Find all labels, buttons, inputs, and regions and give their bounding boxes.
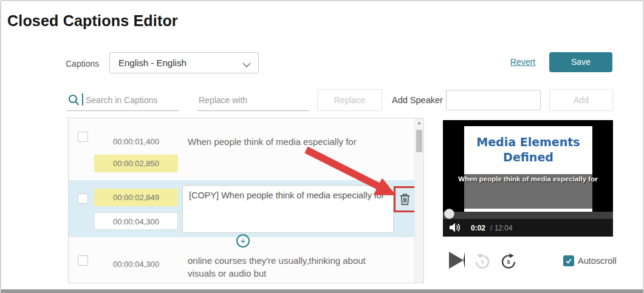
start-time[interactable]: 00:00:04,300: [94, 255, 178, 273]
start-time[interactable]: 00:00:01,400: [94, 133, 178, 150]
language-selected-value: English - English: [118, 58, 187, 68]
caption-text[interactable]: online courses they're usually,thinking …: [188, 254, 388, 280]
scroll-up-icon[interactable]: ▲: [415, 120, 423, 126]
player-caption-text: When people think of media especially fo…: [443, 175, 613, 183]
svg-text:5: 5: [481, 259, 484, 265]
seek-handle[interactable]: [444, 209, 454, 219]
language-select[interactable]: English - English: [109, 52, 259, 73]
player-controls: 0:02 / 12:04: [443, 219, 613, 237]
caption-row[interactable]: 00:00:01,400 00:00:02,850 When people th…: [69, 122, 415, 180]
trash-icon: [399, 192, 411, 206]
chevron-down-icon: [242, 59, 251, 70]
replace-field: [197, 90, 309, 111]
slide-title-line1: Media Elements: [464, 135, 592, 150]
row-checkbox[interactable]: [78, 194, 88, 204]
autoscroll-checkbox[interactable]: [563, 255, 574, 266]
search-field: [67, 90, 179, 111]
speaker-input[interactable]: [446, 90, 541, 110]
closed-captions-editor-window: Closed Captions Editor Captions English …: [0, 0, 644, 293]
current-time: 0:02: [471, 224, 485, 232]
end-time[interactable]: 00:00:09,420: [94, 277, 178, 283]
text-cursor: [82, 93, 83, 106]
start-time-highlighted[interactable]: 00:00:02,849: [94, 189, 178, 206]
caption-row-selected[interactable]: 00:00:02,849 00:00:04,300 [COPY] When pe…: [69, 180, 415, 237]
end-time-highlighted[interactable]: 00:00:02,850: [94, 155, 178, 172]
search-input[interactable]: [86, 93, 177, 107]
row-checkbox[interactable]: [78, 255, 88, 266]
replace-button[interactable]: Replace: [317, 89, 382, 111]
page-title: Closed Captions Editor: [7, 12, 178, 30]
captions-list: 00:00:01,400 00:00:02,850 When people th…: [68, 118, 424, 283]
plus-icon: +: [241, 235, 246, 246]
end-time[interactable]: 00:00:04,300: [94, 212, 178, 230]
scrollbar[interactable]: ▲: [414, 118, 423, 283]
revert-link[interactable]: Revert: [510, 57, 535, 67]
slide-title-line2: Defined: [464, 150, 592, 165]
play-button[interactable]: [449, 252, 465, 269]
scroll-thumb[interactable]: [416, 130, 422, 152]
caption-text-editor[interactable]: [COPY] When people think of media especi…: [182, 185, 394, 233]
autoscroll-label: Autoscroll: [578, 256, 617, 266]
seek-bar[interactable]: [443, 212, 613, 219]
add-caption-button[interactable]: +: [236, 234, 250, 248]
captions-label: Captions: [66, 59, 99, 69]
search-icon: [68, 94, 80, 106]
video-player[interactable]: Media Elements Defined When people think…: [443, 120, 613, 237]
replace-input[interactable]: [199, 93, 307, 107]
svg-text:5: 5: [507, 259, 510, 265]
volume-button[interactable]: [449, 222, 461, 233]
check-icon: [565, 257, 572, 264]
save-button[interactable]: Save: [549, 52, 612, 72]
duration: / 12:04: [490, 224, 513, 232]
add-speaker-button[interactable]: Add: [549, 89, 613, 111]
volume-icon: [449, 222, 461, 233]
caption-row[interactable]: 00:00:04,300 00:00:09,420 online courses…: [69, 247, 415, 283]
rewind-5-button[interactable]: 5: [474, 253, 491, 270]
add-speaker-label: Add Speaker: [392, 95, 443, 105]
forward-5-button[interactable]: 5: [500, 253, 517, 270]
caption-text[interactable]: When people think of media especially fo…: [188, 135, 394, 148]
row-checkbox[interactable]: [78, 132, 88, 142]
forward-5-icon: 5: [500, 253, 517, 270]
slide-title: Media Elements Defined: [464, 135, 592, 165]
delete-caption-button[interactable]: [399, 192, 411, 206]
delete-annotation-box: [394, 186, 416, 212]
rewind-5-icon: 5: [474, 253, 491, 270]
